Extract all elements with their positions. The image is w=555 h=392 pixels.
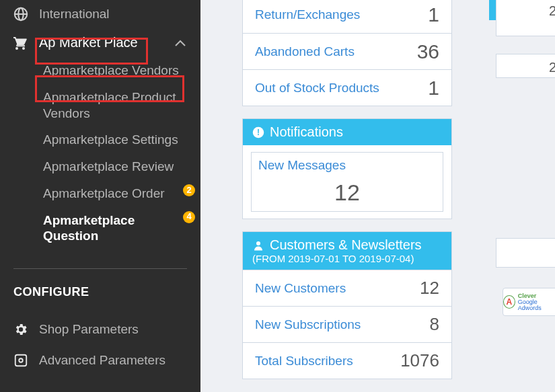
stat-value: 12 (420, 278, 439, 299)
stat-label: New Subscriptions (255, 317, 361, 332)
new-messages-block[interactable]: New Messages 12 (251, 152, 443, 212)
frag-value: 2 (549, 3, 555, 18)
right-fragment-1: 2 (496, 0, 555, 36)
stat-row-abandoned-carts[interactable]: Abandoned Carts 36 (243, 33, 451, 69)
configure-heading: CONFIGURE (0, 285, 200, 314)
chevron-up-icon (175, 40, 186, 46)
gear-icon (13, 322, 31, 337)
stat-value: 8 (430, 314, 439, 335)
stat-label: Return/Exchanges (255, 7, 360, 22)
svg-point-8 (256, 241, 260, 245)
sidebar-item-vendors[interactable]: Apmarketplace Vendors (0, 57, 200, 84)
notifications-header: ! Notifications (243, 119, 451, 145)
svg-rect-3 (15, 355, 27, 366)
stat-row-out-of-stock[interactable]: Out of Stock Products 1 (243, 69, 451, 106)
row-new-subscriptions[interactable]: New Subscriptions 8 (243, 306, 451, 342)
right-fragment-2: 2 (496, 54, 555, 78)
svg-point-4 (19, 358, 23, 362)
adwords-badge[interactable]: A Clever Google Adwords (503, 288, 555, 316)
card-title: Customers & Newsletters (270, 237, 422, 253)
row-new-customers[interactable]: New Customers 12 (243, 270, 451, 306)
sidebar-item-question[interactable]: Apmarketplace Question 4 (0, 207, 200, 250)
sidebar-item-review[interactable]: Apmarketplace Review (0, 153, 200, 180)
stat-label: Abandoned Carts (255, 44, 355, 59)
sidebar-subitem-label: Apmarketplace Question (43, 213, 135, 243)
sidebar-header-label: Ap Market Place (39, 35, 138, 50)
sidebar-divider (13, 268, 187, 269)
sidebar-subitem-label: Apmarketplace Review (43, 159, 174, 173)
sidebar-item-order[interactable]: Apmarketplace Order 2 (0, 180, 200, 207)
stat-label: New Customers (255, 281, 346, 296)
stat-label: Out of Stock Products (255, 81, 379, 95)
question-badge: 4 (183, 211, 195, 223)
stat-row-return-exchanges[interactable]: Return/Exchanges 1 (243, 0, 451, 33)
user-icon (252, 239, 264, 251)
right-fragment-3 (496, 238, 555, 268)
sidebar-subitem-label: Apmarketplace Vendors (43, 63, 179, 77)
card-title: Notifications (270, 124, 343, 140)
stat-value: 1 (428, 77, 439, 100)
sidebar-subitem-label: Apmarketplace Product Vendors (43, 90, 176, 120)
adwords-text: Clever Google Adwords (518, 293, 555, 311)
sidebar-subitem-label: Apmarketplace Order (43, 186, 165, 200)
notifications-card: ! Notifications New Messages 12 (242, 118, 452, 219)
marketplace-submenu: Apmarketplace Vendors Apmarketplace Prod… (0, 57, 200, 249)
customers-card: Customers & Newsletters (FROM 2019-07-01… (242, 231, 452, 379)
new-messages-value: 12 (258, 173, 436, 207)
svg-text:!: ! (257, 127, 260, 136)
customers-header: Customers & Newsletters (FROM 2019-07-01… (243, 232, 451, 270)
card-subtitle: (FROM 2019-07-01 TO 2019-07-04) (252, 253, 414, 264)
row-total-subscribers[interactable]: Total Subscribers 1076 (243, 342, 451, 379)
globe-icon (13, 7, 31, 22)
order-badge: 2 (183, 184, 195, 196)
sidebar-item-shop-parameters[interactable]: Shop Parameters (0, 314, 200, 345)
stat-value: 1076 (400, 350, 439, 371)
frag-value: 2 (549, 60, 555, 75)
stat-value: 36 (417, 40, 439, 63)
sidebar-header-marketplace[interactable]: Ap Market Place (0, 28, 200, 57)
stat-label: Total Subscribers (255, 354, 353, 368)
sidebar-item-settings[interactable]: Apmarketplace Settings (0, 126, 200, 153)
sidebar-subitem-label: Apmarketplace Settings (43, 132, 178, 147)
stats-card: Return/Exchanges 1 Abandoned Carts 36 Ou… (242, 0, 452, 106)
cfg-label: Advanced Parameters (39, 353, 165, 368)
sidebar-item-product-vendors[interactable]: Apmarketplace Product Vendors (0, 84, 200, 127)
new-messages-label: New Messages (258, 158, 436, 173)
sidebar-item-international[interactable]: International (0, 0, 200, 28)
exclamation-icon: ! (252, 126, 264, 139)
sidebar-item-label: International (39, 7, 110, 22)
sidebar-item-advanced-parameters[interactable]: Advanced Parameters (0, 345, 200, 376)
cart-icon (12, 35, 30, 51)
cfg-label: Shop Parameters (39, 322, 139, 337)
stat-value: 1 (428, 3, 439, 26)
gear-outline-icon (13, 353, 31, 368)
adwords-icon: A (503, 295, 515, 309)
